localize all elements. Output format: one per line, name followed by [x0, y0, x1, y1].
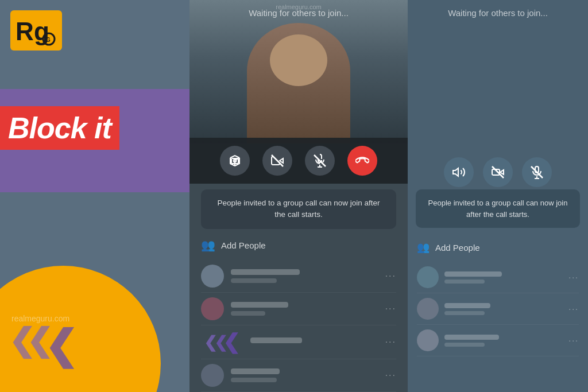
logo: R g G — [10, 10, 62, 51]
contact-row-right-3[interactable]: ··· — [417, 325, 579, 356]
contact-row-4[interactable]: ··· — [201, 359, 396, 392]
block-it-text: Block it — [0, 106, 119, 150]
controls-bar-right — [408, 149, 588, 195]
add-people-label-right: Add People — [435, 243, 480, 253]
contact-name-bar-1 — [231, 269, 300, 275]
end-call-button[interactable] — [347, 146, 377, 176]
contact-options-right-2[interactable]: ··· — [568, 304, 579, 313]
block-it-container: Block it — [0, 106, 119, 150]
video-button-right[interactable] — [483, 157, 513, 187]
contact-options-1[interactable]: ··· — [385, 271, 396, 281]
contact-sub-bar-2 — [231, 311, 265, 316]
video-off-icon — [270, 154, 284, 168]
chevron-name-bar — [250, 337, 302, 343]
contact-avatar-4 — [201, 364, 224, 387]
contact-info-right-3 — [444, 335, 563, 347]
controls-bar-center — [189, 138, 408, 184]
camera-flip-button[interactable] — [220, 146, 250, 176]
speaker-icon — [452, 165, 466, 179]
mic-off-icon — [313, 154, 327, 168]
contact-options-right-1[interactable]: ··· — [568, 273, 579, 282]
mic-toggle-button[interactable] — [305, 146, 335, 176]
contact-options-right-3[interactable]: ··· — [568, 336, 579, 345]
svg-text:G: G — [46, 37, 51, 43]
mic-icon-right — [530, 165, 544, 179]
contact-info-2 — [231, 302, 378, 316]
contact-info-4 — [231, 368, 378, 382]
contact-name-bar-right-1 — [444, 271, 502, 277]
waiting-text-center: Waiting for others to join... — [189, 8, 408, 18]
contact-options-2[interactable]: ··· — [385, 304, 396, 314]
video-toggle-button[interactable] — [262, 146, 292, 176]
add-people-section-center: 👥 Add People ··· ··· ❮ ❮ ❮ — [189, 238, 408, 392]
contact-info-right-1 — [444, 271, 563, 284]
person-silhouette — [247, 23, 350, 143]
add-people-section-right: 👥 Add People ··· ··· ··· — [408, 241, 588, 356]
add-person-icon: 👥 — [201, 238, 215, 252]
contact-avatar-1 — [201, 265, 224, 288]
chevron-decoration: ❮ ❮ ❮ — [17, 322, 78, 369]
camera-rotate-icon — [228, 154, 242, 168]
left-panel: R g G Block it realmeguru.com ❮ ❮ ❮ — [0, 0, 189, 392]
contact-info-1 — [231, 269, 378, 283]
mic-button-right[interactable] — [522, 157, 552, 187]
svg-marker-10 — [453, 168, 458, 176]
contact-avatar-2 — [201, 297, 224, 320]
chevron-row-info — [250, 337, 378, 347]
contact-name-bar-right-2 — [444, 303, 490, 308]
add-person-icon-right: 👥 — [417, 241, 430, 254]
chevron-options[interactable]: ··· — [385, 337, 396, 347]
contact-row-right-2[interactable]: ··· — [417, 293, 579, 325]
speaker-button-right[interactable] — [444, 157, 474, 187]
svg-text:R: R — [16, 17, 34, 45]
contact-name-bar-4 — [231, 368, 280, 374]
contact-row-1[interactable]: ··· — [201, 260, 396, 293]
svg-line-12 — [492, 166, 504, 178]
chevron-big: ❮ — [44, 322, 78, 369]
contact-sub-bar-right-2 — [444, 311, 485, 315]
info-box-center: People invited to a group call can now j… — [201, 189, 396, 229]
person-head — [270, 34, 327, 86]
contact-sub-bar-4 — [231, 378, 277, 382]
add-people-header-center: 👥 Add People — [201, 238, 396, 252]
contact-row-right-1[interactable]: ··· — [417, 262, 579, 293]
right-panel: Waiting for others to join... — [408, 0, 588, 392]
contact-avatar-right-3 — [417, 329, 439, 351]
contact-sub-bar-right-1 — [444, 280, 485, 284]
contact-sub-bar-right-3 — [444, 343, 485, 347]
contact-row-2[interactable]: ··· — [201, 293, 396, 325]
contact-options-4[interactable]: ··· — [385, 370, 396, 381]
waiting-text-right: Waiting for others to join... — [408, 8, 588, 18]
contact-sub-bar-1 — [231, 278, 277, 283]
contact-avatar-right-1 — [417, 266, 439, 288]
contact-avatar-right-2 — [417, 298, 439, 320]
video-icon-right — [491, 165, 505, 179]
add-people-label-center: Add People — [221, 240, 266, 250]
contact-name-bar-right-3 — [444, 335, 499, 340]
contact-row-chevron[interactable]: ❮ ❮ ❮ ··· — [201, 325, 396, 359]
contact-name-bar-2 — [231, 302, 288, 308]
video-feed: realmeguru.com Waiting for others to joi… — [189, 0, 408, 143]
info-box-right: People invited to a group call can now j… — [416, 189, 580, 228]
center-panel: realmeguru.com Waiting for others to joi… — [189, 0, 408, 392]
add-people-header-right: 👥 Add People — [417, 241, 579, 254]
contact-info-right-2 — [444, 303, 563, 315]
end-call-icon — [355, 154, 369, 168]
